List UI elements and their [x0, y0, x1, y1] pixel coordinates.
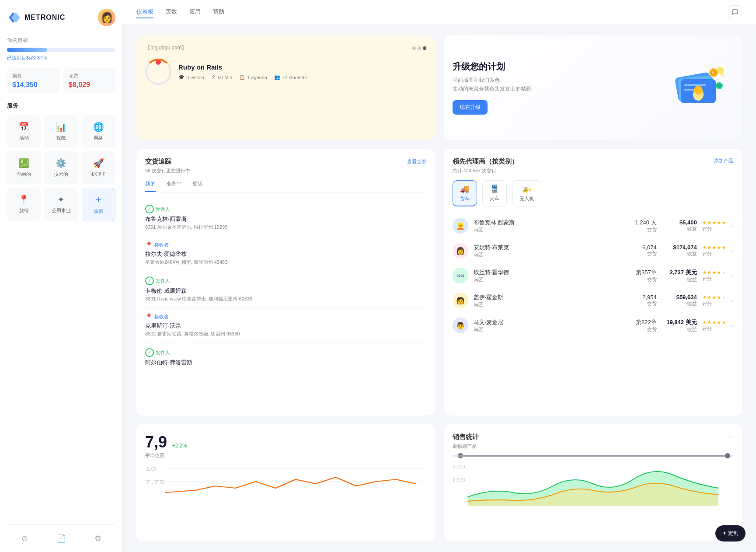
- course-ring: [145, 59, 171, 85]
- dealer-row-1: 👱 布鲁克林·西蒙斯 南区 1,240 人 交货 $5,400 收益 ★★★★★…: [453, 213, 734, 238]
- customize-button[interactable]: ✦ 定制: [715, 525, 746, 542]
- logo-text: METRONIC: [24, 14, 65, 21]
- activity-icon: 📅: [18, 122, 29, 132]
- care-label: 护理卡: [91, 171, 106, 178]
- lessons-icon: 🎓: [178, 74, 185, 80]
- care-icon: 🚀: [93, 158, 104, 168]
- dealer-stat-3: 第357章 交货: [631, 269, 657, 283]
- dealer-name-4: 盖伊·霍金斯: [474, 293, 625, 301]
- dealer-info-2: 安妮特·布莱克 南区: [474, 244, 625, 258]
- nav-apps[interactable]: 应用: [189, 6, 201, 18]
- sender-icon-1: ✓: [145, 205, 154, 213]
- finance-icon: 💹: [18, 158, 29, 168]
- logo-icon: [7, 10, 21, 24]
- settings-icon[interactable]: ⚙: [94, 534, 101, 543]
- user-avatar[interactable]: 👩: [98, 9, 115, 26]
- tech-label: 技术的: [54, 171, 68, 178]
- delivery-item-2: 📍 接收者 拉尔夫·爱德华兹 星家大道2464号 梅萨, 新泽西州 45463: [145, 236, 426, 271]
- category-tabs: 🚚 货车 🚆 火车 🚁 无人机: [453, 180, 734, 206]
- service-item-finance[interactable]: 💹 金融的: [7, 151, 41, 184]
- cat-drone[interactable]: 🚁 无人机: [512, 180, 541, 206]
- train-icon: 🚆: [490, 184, 499, 194]
- delivery-item-3: ✓ 发件人 卡梅伦·威廉姆森 3891 Ranchview 理查森博士, 加利福…: [145, 271, 426, 308]
- range-handle-right[interactable]: [725, 453, 730, 458]
- service-item-activity[interactable]: 📅 活动: [7, 115, 41, 148]
- dealer-arrow-3[interactable]: ›: [732, 273, 733, 279]
- receiver-role-1: 📍 接收者: [145, 241, 426, 248]
- delivery-item-5: ✓ 发件人 阿尔伯特·弗洛雷斯: [145, 343, 426, 373]
- nav-dashboard[interactable]: 仪表板: [136, 6, 153, 18]
- cat-train[interactable]: 🚆 火车: [482, 180, 507, 206]
- dealer-amount-4: $59,634 收益: [662, 294, 697, 307]
- spending-label: 花费: [69, 73, 110, 79]
- add-product-btn[interactable]: 添加产品: [714, 157, 733, 164]
- dealer-row-4: 🧑 盖伊·霍金斯 南区 2,954 交货 $59,634 收益 ★★★★★ 评分: [453, 288, 734, 313]
- svg-point-13: [717, 84, 721, 88]
- service-item-add[interactable]: + 添新: [82, 188, 115, 221]
- chat-icon[interactable]: [728, 5, 742, 19]
- sender-addr-1: 6391 埃尔金圣塞萨尔, 特拉华州 10299: [145, 224, 426, 231]
- dealer-region-2: 南区: [474, 252, 625, 258]
- nav-pages[interactable]: 页数: [166, 6, 177, 18]
- service-item-care[interactable]: 🚀 护理卡: [82, 151, 115, 184]
- dealer-arrow-2[interactable]: ›: [732, 248, 733, 254]
- goal-label: 你的目标: [7, 37, 115, 44]
- sales-card: 销售统计 ··· 最畅销产品 3,000 2,500: [444, 424, 742, 542]
- score-value: 7,9: [145, 433, 167, 451]
- dealer-amount-2: $174,074 收益: [662, 244, 697, 257]
- sales-more-btn[interactable]: ···: [728, 433, 733, 441]
- dealer-avatar-5: 👨: [453, 318, 468, 333]
- network-label: 网络: [94, 135, 103, 141]
- budget-card: 预算 $14,350: [7, 68, 59, 93]
- view-all-link[interactable]: 查看全部: [407, 158, 426, 165]
- spending-card: 花费 $8,029: [63, 68, 115, 93]
- dealer-stat-1: 1,240 人 交货: [631, 219, 657, 233]
- dealers-title: 领先代理商（按类别）: [453, 157, 518, 166]
- tab-new[interactable]: 新的: [145, 180, 156, 192]
- cat-truck[interactable]: 🚚 货车: [453, 180, 477, 206]
- score-more-btn[interactable]: ···: [420, 433, 426, 441]
- dot-gray-1: [412, 46, 416, 50]
- upgrade-button[interactable]: 现在升级: [453, 100, 488, 115]
- dealer-name-3: 埃丝特·霍华德: [474, 269, 625, 276]
- insurance-label: 保险: [56, 135, 66, 141]
- upgrade-content: 升级您的计划 平面插图和我们多色 生动的未混合紫色头发女士的精彩 现在升级: [453, 61, 664, 114]
- service-item-network[interactable]: 🌐 网络: [82, 115, 115, 148]
- file-icon[interactable]: 📄: [56, 534, 66, 543]
- dealer-transactions-3: 第357章: [631, 269, 657, 276]
- course-title: Ruby on Rails: [178, 63, 307, 71]
- dealer-rating-4: ★★★★★ 评分: [702, 294, 726, 307]
- layers-icon[interactable]: ⊙: [21, 534, 28, 543]
- course-info: Ruby on Rails 🎓 3 lesson ⏱ 50 Min 📋 1: [178, 63, 307, 80]
- service-item-insurance[interactable]: 📊 保险: [44, 115, 78, 148]
- upgrade-image: $: [663, 62, 733, 114]
- content-grid: 【biqubiqu.com】 Ruby on Rails 🎓 3 lesson: [122, 25, 756, 552]
- tab-shipping[interactable]: 船运: [192, 180, 203, 192]
- activity-label: 活动: [19, 135, 29, 141]
- insurance-icon: 📊: [56, 122, 66, 132]
- tab-preparing[interactable]: 准备中: [166, 180, 182, 192]
- progress-bar-fill: [7, 48, 47, 52]
- finance-label: 金融的: [17, 171, 31, 178]
- dealer-transactions-4: 2,954: [631, 294, 657, 300]
- spending-value: $8,029: [69, 81, 110, 89]
- upgrade-title: 升级您的计划: [453, 61, 664, 73]
- course-header: 【biqubiqu.com】: [145, 44, 426, 52]
- dealer-arrow-4[interactable]: ›: [732, 297, 733, 304]
- lessons-meta: 🎓 3 lesson: [178, 74, 204, 80]
- dealer-name-1: 布鲁克林·西蒙斯: [474, 219, 625, 227]
- sender-name-1: 布鲁克林·西蒙斯: [145, 215, 426, 223]
- dealer-info-5: 马文·麦金尼 南区: [474, 318, 625, 333]
- truck-icon: 🚚: [460, 184, 470, 194]
- service-item-tech[interactable]: ⚙️ 技术的: [44, 151, 78, 184]
- hospitality-label: 款待: [19, 207, 29, 214]
- nav-help[interactable]: 帮助: [213, 6, 224, 18]
- score-card: 7,9 +2.2% ··· 平均位置 10 7.75: [136, 424, 435, 542]
- receiver-name-1: 拉尔夫·爱德华兹: [145, 250, 426, 258]
- dealer-arrow-5[interactable]: ›: [732, 322, 733, 329]
- service-item-hospitality[interactable]: 📍 款待: [7, 188, 41, 221]
- dealer-arrow-1[interactable]: ›: [732, 223, 733, 229]
- range-slider[interactable]: [453, 455, 734, 457]
- service-item-utility[interactable]: ✦ 公用事业: [44, 188, 78, 221]
- sender-icon-3: ✓: [145, 348, 154, 357]
